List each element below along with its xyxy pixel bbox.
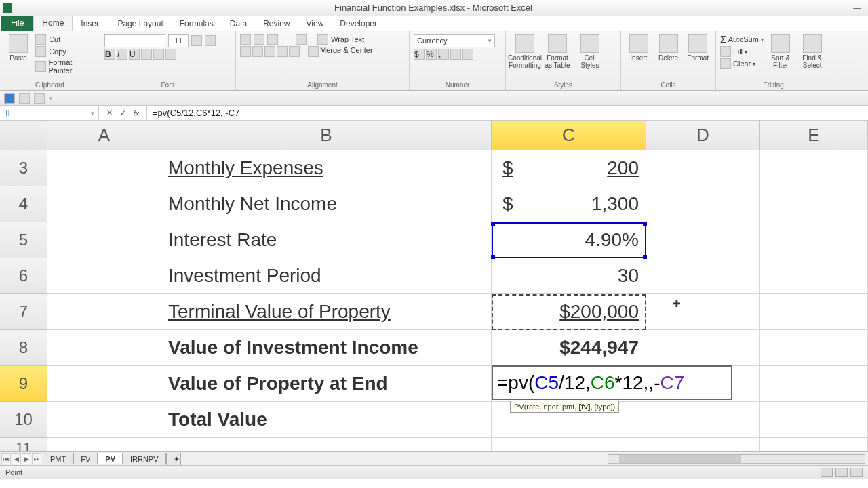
border-button[interactable]: [141, 49, 152, 60]
tab-data[interactable]: Data: [222, 17, 255, 30]
cell-d7[interactable]: [646, 294, 760, 330]
new-sheet-button[interactable]: ✦: [166, 453, 181, 465]
minimize-button[interactable]: —: [849, 3, 865, 13]
decrease-decimal-button[interactable]: [462, 49, 473, 60]
tab-file[interactable]: File: [1, 16, 33, 30]
undo-icon[interactable]: [19, 93, 30, 104]
increase-decimal-button[interactable]: [450, 49, 461, 60]
align-bottom-icon[interactable]: [267, 34, 278, 45]
tab-developer[interactable]: Developer: [332, 17, 385, 30]
find-select-button[interactable]: Find & Select: [797, 34, 827, 69]
fill-button[interactable]: Fill▾: [720, 46, 764, 57]
delete-cells-button[interactable]: Delete: [655, 34, 682, 62]
cell-c5[interactable]: 4.90%: [492, 222, 646, 258]
tab-page-layout[interactable]: Page Layout: [109, 17, 171, 30]
font-color-button[interactable]: [165, 49, 176, 60]
tab-formulas[interactable]: Formulas: [172, 17, 222, 30]
nav-next-icon[interactable]: ▶: [22, 453, 31, 464]
font-name-select[interactable]: [104, 34, 165, 47]
cell-b3[interactable]: Monthly Expenses: [161, 150, 492, 186]
format-as-table-button[interactable]: Format as Table: [542, 34, 572, 69]
cell-e8[interactable]: [760, 330, 868, 366]
cell-d3[interactable]: [646, 150, 760, 186]
row-header-5[interactable]: 5: [0, 222, 47, 258]
cell-c6[interactable]: 30: [492, 258, 646, 294]
number-format-select[interactable]: Currency▾: [414, 34, 495, 47]
align-top-icon[interactable]: [240, 34, 251, 45]
row-header-11[interactable]: 11: [0, 438, 47, 451]
percent-style-button[interactable]: %: [426, 49, 437, 60]
cell-a4[interactable]: [47, 186, 161, 222]
sheet-tab-fv[interactable]: FV: [73, 453, 98, 464]
sheet-tab-pmt[interactable]: PMT: [43, 453, 73, 464]
cancel-formula-button[interactable]: ✕: [104, 108, 114, 118]
cell-b5[interactable]: Interest Rate: [161, 222, 492, 258]
cell-b8[interactable]: Value of Investment Income: [161, 330, 492, 366]
select-all-corner[interactable]: [0, 121, 47, 150]
sort-filter-button[interactable]: Sort & Filter: [766, 34, 795, 69]
name-box[interactable]: IF: [0, 106, 99, 120]
comma-style-button[interactable]: ,: [438, 49, 449, 60]
col-header-b[interactable]: B: [161, 121, 492, 150]
row-header-6[interactable]: 6: [0, 258, 47, 294]
copy-button[interactable]: Copy: [35, 46, 96, 57]
cell-e4[interactable]: [760, 186, 868, 222]
col-header-e[interactable]: E: [760, 121, 868, 150]
cell-c3[interactable]: $200: [492, 150, 646, 186]
orientation-icon[interactable]: [296, 34, 307, 45]
align-center-icon[interactable]: [252, 46, 263, 57]
fill-color-button[interactable]: [153, 49, 164, 60]
cell-e6[interactable]: [760, 258, 868, 294]
cell-d4[interactable]: [646, 186, 760, 222]
increase-indent-icon[interactable]: [289, 46, 300, 57]
row-header-8[interactable]: 8: [0, 330, 47, 366]
active-cell-edit[interactable]: =pv(C5/12,C6*12,,-C7: [492, 365, 732, 400]
col-header-d[interactable]: D: [646, 121, 760, 150]
wrap-text-button[interactable]: Wrap Text: [331, 35, 364, 43]
cell-b7[interactable]: Terminal Value of Property: [161, 294, 492, 330]
redo-icon[interactable]: [34, 93, 45, 104]
normal-view-button[interactable]: [821, 468, 833, 477]
format-painter-button[interactable]: Format Painter: [35, 58, 96, 75]
worksheet-grid[interactable]: A B C D E 3 Monthly Expenses $200 4 Mont…: [0, 121, 868, 451]
cell-e5[interactable]: [760, 222, 868, 258]
cell-a10[interactable]: [47, 402, 161, 438]
cell-c4[interactable]: $1,300: [492, 186, 646, 222]
align-left-icon[interactable]: [240, 46, 251, 57]
clear-button[interactable]: Clear▾: [720, 58, 764, 69]
save-icon[interactable]: [4, 93, 15, 104]
cell-b11[interactable]: [161, 438, 492, 451]
horizontal-scrollbar[interactable]: [181, 454, 868, 464]
enter-formula-button[interactable]: ✓: [118, 108, 127, 118]
conditional-formatting-button[interactable]: Conditional Formatting: [510, 34, 540, 69]
cell-b10[interactable]: Total Value: [161, 402, 492, 438]
row-header-10[interactable]: 10: [0, 402, 47, 438]
cell-d6[interactable]: [646, 258, 760, 294]
autosum-button[interactable]: ΣAutoSum▾: [720, 34, 764, 45]
align-right-icon[interactable]: [264, 46, 275, 57]
cell-a7[interactable]: [47, 294, 161, 330]
function-tooltip[interactable]: PV(rate, nper, pmt, [fv], [type]): [510, 401, 619, 413]
cell-a6[interactable]: [47, 258, 161, 294]
row-header-9[interactable]: 9: [0, 366, 47, 402]
font-size-select[interactable]: 11: [168, 34, 189, 47]
row-header-7[interactable]: 7: [0, 294, 47, 330]
cell-d8[interactable]: [646, 330, 760, 366]
cell-e9[interactable]: [760, 366, 868, 402]
underline-button[interactable]: U: [129, 49, 140, 60]
merge-center-button[interactable]: Merge & Center: [320, 46, 373, 57]
nav-prev-icon[interactable]: ◀: [12, 453, 21, 464]
decrease-font-icon[interactable]: [205, 35, 216, 46]
cell-e7[interactable]: [760, 294, 868, 330]
tab-insert[interactable]: Insert: [73, 17, 109, 30]
cell-d5[interactable]: [646, 222, 760, 258]
tab-view[interactable]: View: [298, 17, 332, 30]
cell-e11[interactable]: [760, 438, 868, 451]
cell-d11[interactable]: [646, 438, 760, 451]
cell-d10[interactable]: [646, 402, 760, 438]
cell-c8[interactable]: $244,947: [492, 330, 646, 366]
cell-a5[interactable]: [47, 222, 161, 258]
cell-b4[interactable]: Monthly Net Income: [161, 186, 492, 222]
italic-button[interactable]: I: [117, 49, 127, 60]
row-header-3[interactable]: 3: [0, 150, 47, 186]
